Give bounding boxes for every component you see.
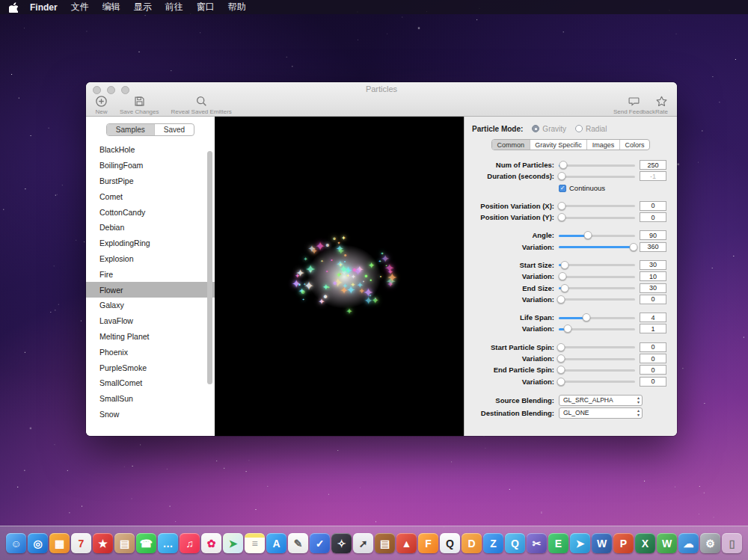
preset-item-smallsun[interactable]: SmallSun: [86, 391, 215, 407]
dock-icon-quicktime[interactable]: Q: [505, 533, 525, 553]
dock-icon-fox-app[interactable]: D: [462, 533, 482, 553]
dock-icon-cursor-app[interactable]: ➚: [353, 533, 373, 553]
dock-icon-photos[interactable]: ✿: [201, 533, 221, 553]
dock-icon-final-cut[interactable]: ✂: [527, 533, 547, 553]
source-blending-dropdown[interactable]: GL_SRC_ALPHA▴▾: [559, 395, 643, 406]
start-particle-spin-field[interactable]: 0: [640, 342, 666, 352]
dock-icon-game-red[interactable]: ★: [93, 533, 113, 553]
preset-item-cottoncandy[interactable]: CottonCandy: [86, 204, 215, 220]
preset-item-purplesmoke[interactable]: PurpleSmoke: [86, 360, 215, 375]
tab-images[interactable]: Images: [586, 140, 619, 150]
position-variation-x-slider-thumb[interactable]: [558, 202, 566, 210]
end-size-variation-field[interactable]: 0: [640, 295, 666, 304]
rate-button[interactable]: Rate: [655, 95, 668, 115]
mode-radial-radio[interactable]: [575, 125, 583, 132]
send-feedback-button[interactable]: Send Feedback: [613, 95, 655, 115]
dock-icon-wps[interactable]: W: [657, 533, 677, 553]
life-span-variation-slider[interactable]: [559, 324, 635, 333]
end-spin-variation-slider[interactable]: [559, 377, 635, 386]
tab-samples[interactable]: Samples: [107, 124, 154, 135]
preset-item-fire[interactable]: Fire: [86, 266, 215, 282]
dock-icon-messages[interactable]: …: [158, 533, 178, 553]
dock-icon-word[interactable]: W: [592, 533, 612, 553]
end-size-field[interactable]: 30: [640, 283, 666, 293]
position-variation-x-field[interactable]: 0: [640, 201, 666, 211]
angle-variation-field[interactable]: 360: [640, 242, 666, 252]
dock-icon-thunder[interactable]: Z: [483, 533, 503, 553]
angle-slider[interactable]: [559, 231, 635, 240]
dock-icon-music[interactable]: ♫: [180, 533, 200, 553]
particle-canvas[interactable]: ✦•✦✦✦✦✦✦✦✦✦•✦✦✦✦•••✦•✦✦•✦✦✦✦✦✦✦•✦✦•✦✦✦✦•…: [215, 117, 464, 436]
dock-icon-red-bird-game[interactable]: ▲: [396, 533, 417, 553]
start-size-variation-slider-thumb[interactable]: [559, 272, 567, 280]
close-button[interactable]: [93, 86, 101, 94]
end-size-variation-slider-thumb[interactable]: [557, 295, 565, 304]
continuous-checkbox[interactable]: ✓: [559, 185, 566, 192]
end-size-slider-thumb[interactable]: [561, 284, 569, 292]
num-of-particles-field[interactable]: 250: [640, 160, 666, 170]
preset-item-melting-planet[interactable]: Melting Planet: [86, 329, 215, 345]
start-spin-variation-slider[interactable]: [559, 354, 635, 363]
start-size-field[interactable]: 30: [640, 260, 666, 270]
dock-icon-compass-dark[interactable]: ✧: [331, 533, 352, 553]
position-variation-y-field[interactable]: 0: [640, 212, 666, 222]
tab-gravity-specific[interactable]: Gravity Specific: [530, 140, 587, 150]
dock-icon-facetime[interactable]: ☎: [136, 533, 156, 553]
dock-icon-maps[interactable]: ➤: [223, 533, 243, 553]
dock-icon-contacts[interactable]: ▤: [114, 533, 135, 553]
life-span-slider-thumb[interactable]: [582, 313, 590, 321]
start-particle-spin-slider[interactable]: [559, 342, 635, 351]
zoom-button[interactable]: [121, 86, 129, 94]
dock-icon-cloud-app[interactable]: ☁: [678, 533, 699, 553]
dock-icon-app-store[interactable]: A: [266, 533, 286, 553]
duration-field[interactable]: -1: [640, 171, 666, 181]
dock-icon-trash[interactable]: ▯: [722, 533, 742, 553]
preset-item-debian[interactable]: Debian: [86, 220, 215, 236]
titlebar[interactable]: Particles: [86, 82, 677, 95]
dock-icon-shield[interactable]: ✓: [310, 533, 330, 553]
menu-item[interactable]: 显示: [134, 1, 152, 13]
angle-variation-slider-thumb[interactable]: [629, 243, 637, 251]
dock-icon-excel[interactable]: X: [635, 533, 655, 553]
start-size-slider-thumb[interactable]: [561, 261, 569, 269]
menu-item[interactable]: 窗口: [197, 1, 215, 13]
position-variation-x-slider[interactable]: [559, 201, 635, 210]
dock-icon-system-preferences[interactable]: ⚙: [700, 533, 720, 553]
preset-item-boilingfoam[interactable]: BoilingFoam: [86, 158, 215, 173]
mode-gravity-radio[interactable]: [532, 125, 539, 132]
preset-item-blackhole[interactable]: BlackHole: [86, 142, 215, 158]
start-spin-variation-slider-thumb[interactable]: [557, 354, 565, 363]
life-span-variation-slider-thumb[interactable]: [564, 324, 572, 333]
end-size-slider[interactable]: [559, 283, 635, 292]
dock-icon-evernote[interactable]: E: [548, 533, 568, 553]
preset-item-explosion[interactable]: Explosion: [86, 251, 215, 267]
tab-colors[interactable]: Colors: [619, 140, 649, 150]
end-particle-spin-slider[interactable]: [559, 366, 635, 375]
menu-item[interactable]: 前往: [165, 1, 183, 13]
angle-variation-slider[interactable]: [559, 242, 635, 251]
preset-item-comet[interactable]: Comet: [86, 188, 215, 204]
dock-icon-books[interactable]: ▤: [375, 533, 395, 553]
preset-item-flower[interactable]: Flower: [86, 282, 215, 298]
destination-blending-dropdown[interactable]: GL_ONE▴▾: [559, 407, 643, 419]
dock-icon-textedit[interactable]: ✎: [288, 533, 308, 553]
start-size-slider[interactable]: [559, 260, 635, 269]
save-changes-button[interactable]: Save Changes: [120, 95, 159, 115]
duration-slider-thumb[interactable]: [558, 172, 566, 180]
reveal-saved-emitters-button[interactable]: Reveal Saved Emitters: [171, 95, 231, 115]
list-scrollbar[interactable]: [207, 151, 212, 384]
dock-icon-stamps[interactable]: ▦: [49, 533, 70, 553]
preset-item-burstpipe[interactable]: BurstPipe: [86, 173, 215, 189]
dock-icon-firefox[interactable]: F: [418, 533, 438, 553]
start-size-variation-slider[interactable]: [559, 272, 635, 281]
preset-item-phoenix[interactable]: Phoenix: [86, 344, 215, 360]
start-size-variation-field[interactable]: 10: [640, 271, 666, 281]
preset-item-explodingring[interactable]: ExplodingRing: [86, 236, 215, 251]
apple-menu[interactable]: [9, 2, 18, 13]
angle-field[interactable]: 90: [640, 230, 666, 240]
end-size-variation-slider[interactable]: [559, 295, 635, 304]
new-button[interactable]: New: [95, 95, 108, 115]
start-spin-variation-field[interactable]: 0: [640, 354, 666, 363]
end-spin-variation-field[interactable]: 0: [640, 377, 666, 387]
end-particle-spin-field[interactable]: 0: [640, 365, 666, 375]
